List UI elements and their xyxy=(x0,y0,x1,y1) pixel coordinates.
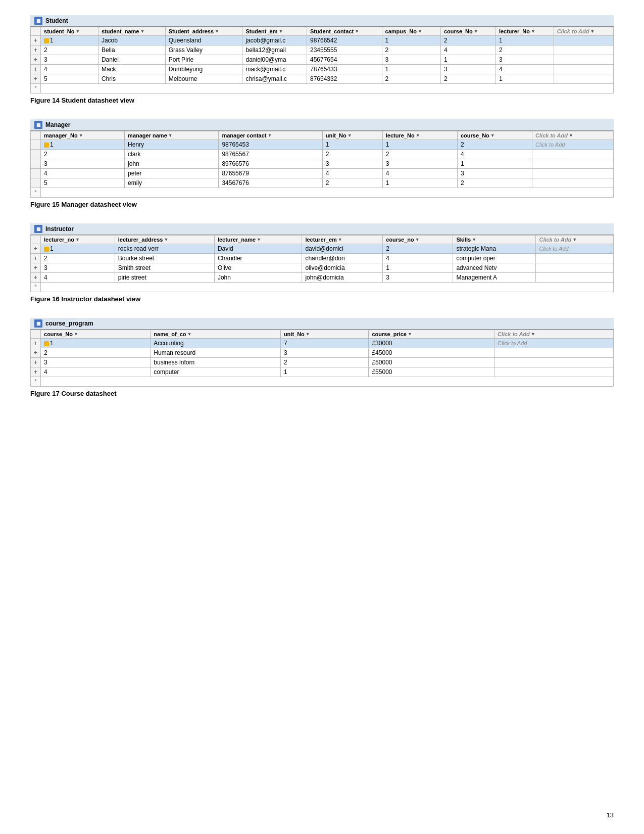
manager-col-lecture[interactable]: lecture_No▼ xyxy=(382,131,457,140)
row-expand-btn[interactable]: + xyxy=(31,74,41,84)
manager-col-ctrl xyxy=(31,131,41,140)
table-row[interactable]: + 2 Bella Grass Valley bella12@gmail 234… xyxy=(31,45,614,55)
cell-student-contact: 78765433 xyxy=(307,65,382,74)
manager-col-unit[interactable]: unit_No▼ xyxy=(322,131,382,140)
row-expand-btn[interactable] xyxy=(31,169,41,178)
cell-manager-unit: 2 xyxy=(322,178,382,188)
row-expand-btn[interactable]: + xyxy=(31,55,41,65)
cell-student-lecturer: 3 xyxy=(496,55,554,65)
cell-student-clicktoadd xyxy=(554,74,613,84)
course-table-wrapper: ▦ course_program course_No▼ name_of_co▼ … xyxy=(30,318,614,387)
table-row[interactable]: + 3 Smith street Olive olive@domicia 1 a… xyxy=(31,263,614,273)
table-row[interactable]: 5 emily 34567676 2 1 2 xyxy=(31,178,614,188)
table-new-row[interactable]: * xyxy=(31,377,614,387)
cell-course-name: Human resourd xyxy=(151,348,281,358)
cell-student-clicktoadd xyxy=(554,45,613,55)
instructor-col-no[interactable]: lecturer_no▼ xyxy=(41,236,115,244)
table-new-row[interactable]: * xyxy=(31,84,614,94)
table-row[interactable]: 4 peter 87655679 4 4 3 xyxy=(31,169,614,178)
row-expand-btn[interactable]: + xyxy=(31,339,41,348)
cell-manager-name: Henry xyxy=(125,140,219,150)
instructor-col-clicktoadd[interactable]: Click to Add▼ xyxy=(536,236,614,244)
instructor-col-name[interactable]: lecturer_name▼ xyxy=(214,236,302,244)
manager-col-clicktoadd[interactable]: Click to Add▼ xyxy=(532,131,614,140)
student-col-campus[interactable]: campus_No▼ xyxy=(382,27,440,36)
table-row[interactable]: + 1 Accounting 7 £30000 Click to Add xyxy=(31,339,614,348)
course-title-bar: ▦ course_program xyxy=(30,318,614,330)
course-col-price[interactable]: course_price▼ xyxy=(369,330,494,339)
table-row[interactable]: + 4 pirie street John john@domicia 3 Man… xyxy=(31,273,614,283)
student-col-no[interactable]: student_No▼ xyxy=(41,27,98,36)
table-row[interactable]: + 2 Bourke street Chandler chandler@don … xyxy=(31,254,614,263)
student-col-address[interactable]: Student_address▼ xyxy=(165,27,242,36)
table-row[interactable]: + 4 computer 1 £55000 xyxy=(31,367,614,377)
table-row[interactable]: + 1 Jacob Queensland jacob@gmail.c 98766… xyxy=(31,36,614,45)
instructor-col-course[interactable]: course_no▼ xyxy=(383,236,453,244)
cell-student-campus: 3 xyxy=(382,55,440,65)
course-col-unit[interactable]: unit_No▼ xyxy=(280,330,369,339)
student-col-course[interactable]: course_No▼ xyxy=(440,27,496,36)
student-col-clicktoadd[interactable]: Click to Add▼ xyxy=(554,27,613,36)
row-expand-btn[interactable]: + xyxy=(31,36,41,45)
cell-student-contact: 23455555 xyxy=(307,45,382,55)
row-expand-btn[interactable]: + xyxy=(31,367,41,377)
row-expand-btn[interactable]: + xyxy=(31,348,41,358)
course-col-no[interactable]: course_No▼ xyxy=(41,330,151,339)
manager-col-contact[interactable]: manager contact▼ xyxy=(219,131,322,140)
student-col-contact[interactable]: Student_contact▼ xyxy=(307,27,382,36)
cell-instructor-name: Chandler xyxy=(214,254,302,263)
instructor-col-email[interactable]: lecturer_em▼ xyxy=(302,236,383,244)
manager-col-name[interactable]: manager name▼ xyxy=(125,131,219,140)
cell-course-no: 2 xyxy=(41,348,151,358)
cell-manager-no: 1 xyxy=(41,140,125,150)
cell-manager-course: 1 xyxy=(457,159,532,169)
cell-student-no: 4 xyxy=(41,65,98,74)
cell-manager-course: 2 xyxy=(457,178,532,188)
table-row[interactable]: + 5 Chris Melbourne chrisa@ymail.c 87654… xyxy=(31,74,614,84)
row-expand-btn[interactable] xyxy=(31,150,41,159)
table-row[interactable]: 1 Henry 98765453 1 1 2 Click to Add xyxy=(31,140,614,150)
student-table-wrapper: ▦ Student student_No▼ student_name▼ Stud… xyxy=(30,15,614,94)
cell-student-lecturer: 4 xyxy=(496,65,554,74)
instructor-col-skills[interactable]: Skills▼ xyxy=(453,236,536,244)
table-new-row[interactable]: * xyxy=(31,283,614,292)
instructor-col-address[interactable]: lecturer_address▼ xyxy=(115,236,214,244)
row-expand-btn[interactable]: + xyxy=(31,254,41,263)
row-expand-btn[interactable]: + xyxy=(31,358,41,367)
row-expand-btn[interactable] xyxy=(31,140,41,150)
row-expand-btn[interactable]: + xyxy=(31,65,41,74)
cell-manager-lecture: 1 xyxy=(382,140,457,150)
cell-student-address: Grass Valley xyxy=(165,45,242,55)
row-expand-btn[interactable]: + xyxy=(31,273,41,283)
row-expand-btn[interactable]: + xyxy=(31,244,41,254)
instructor-title-bar: ▦ Instructor xyxy=(30,223,614,235)
row-expand-btn[interactable] xyxy=(31,178,41,188)
table-row[interactable]: + 2 Human resourd 3 £45000 xyxy=(31,348,614,358)
student-col-email[interactable]: Student_em▼ xyxy=(242,27,307,36)
row-expand-btn[interactable] xyxy=(31,159,41,169)
row-expand-btn[interactable]: + xyxy=(31,263,41,273)
table-row[interactable]: + 4 Mack Dumbleyung mack@gmail.c 7876543… xyxy=(31,65,614,74)
cell-student-clicktoadd xyxy=(554,55,613,65)
manager-col-no[interactable]: manager_No▼ xyxy=(41,131,125,140)
cell-manager-unit: 2 xyxy=(322,150,382,159)
cell-course-unit: 2 xyxy=(280,358,369,367)
table-new-row[interactable]: * xyxy=(31,188,614,198)
course-table: course_No▼ name_of_co▼ unit_No▼ course_p… xyxy=(30,330,614,387)
table-row[interactable]: + 3 business inforn 2 £50000 xyxy=(31,358,614,367)
cell-manager-lecture: 1 xyxy=(382,178,457,188)
cell-instructor-no: 3 xyxy=(41,263,115,273)
table-row[interactable]: + 1 rocks road verr David david@domici 2… xyxy=(31,244,614,254)
course-col-name[interactable]: name_of_co▼ xyxy=(151,330,281,339)
course-col-clicktoadd[interactable]: Click to Add▼ xyxy=(494,330,614,339)
student-col-lecturer[interactable]: lecturer_No▼ xyxy=(496,27,554,36)
table-row[interactable]: 2 clark 98765567 2 2 4 xyxy=(31,150,614,159)
cell-manager-clicktoadd xyxy=(532,169,614,178)
table-row[interactable]: 3 john 89766576 3 3 1 xyxy=(31,159,614,169)
student-col-name[interactable]: student_name▼ xyxy=(98,27,165,36)
manager-col-course[interactable]: course_No▼ xyxy=(457,131,532,140)
row-expand-btn[interactable]: + xyxy=(31,45,41,55)
table-row[interactable]: + 3 Daniel Port Pirie daniel00@yma 45677… xyxy=(31,55,614,65)
cell-instructor-address: Bourke street xyxy=(115,254,214,263)
manager-table-icon: ▦ xyxy=(34,121,42,129)
